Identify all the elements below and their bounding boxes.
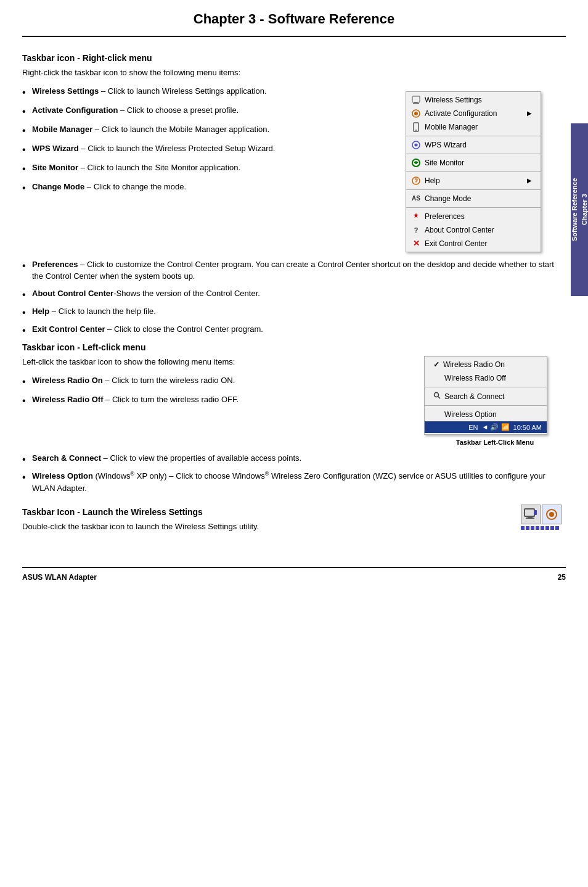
wireless-settings-icon [411, 95, 421, 105]
section2-left-col: Left-click the taskbar icon to show the … [22, 356, 412, 446]
bullet-term: Help [32, 307, 49, 316]
taskbar-lang: EN [468, 424, 478, 431]
bullet-radio-off: • Wireless Radio Off – Click to turn the… [22, 394, 412, 406]
taskbar-icons: ◄ 🔊 📶 [482, 423, 510, 431]
lc-menu-item-wireless-option: Wireless Option [425, 408, 547, 421]
bullet-wireless-settings: • Wireless Settings – Click to launch Wi… [22, 85, 393, 98]
menu-separator [406, 136, 541, 136]
bullet-dot: • [22, 289, 27, 300]
section2-intro: Left-click the taskbar icon to show the … [22, 356, 412, 368]
section1-left-col: • Wireless Settings – Click to launch Wi… [22, 85, 393, 252]
taskbar-caption: Taskbar Left-Click Menu [424, 439, 566, 446]
section3-area: Taskbar Icon - Launch the Wireless Setti… [22, 501, 566, 539]
bullet-exit: • Exit Control Center – Click to close t… [22, 323, 566, 336]
site-monitor-icon [411, 158, 421, 168]
bullet-term: Wireless Settings [32, 86, 99, 96]
lc-menu-item-radio-on: ✓ Wireless Radio On [425, 358, 547, 371]
bullet-text: Wireless Option (Windows® XP only) – Cli… [32, 470, 566, 494]
lc-separator [425, 387, 547, 387]
bullet-dot: • [22, 144, 27, 155]
lc-menu-item-search-connect: Search & Connect [425, 389, 547, 403]
side-tab-line1: Chapter 3 [581, 194, 588, 226]
about-icon: ? [411, 225, 421, 235]
bullet-dot: • [22, 395, 27, 406]
bullet-dot: • [22, 105, 27, 117]
bullet-text: About Control Center-Shows the version o… [32, 287, 260, 300]
menu-item-exit: ✕ Exit Control Center [406, 237, 541, 250]
svg-rect-2 [413, 103, 419, 104]
lc-menu-label: Wireless Option [444, 410, 497, 419]
section3-desc: Double-click the taskbar icon to launch … [22, 521, 504, 533]
svg-line-13 [438, 397, 440, 398]
help-icon [411, 176, 421, 186]
bullet-term: Mobile Manager [32, 125, 92, 134]
bullet-wps-wizard: • WPS Wizard – Click to launch the Wirel… [22, 142, 393, 155]
bullet-text: Change Mode – Click to change the mode. [32, 181, 186, 194]
bullet-dot: • [22, 324, 27, 336]
bullet-dot: • [22, 376, 27, 387]
bullet-preferences: • Preferences – Click to customize the C… [22, 258, 566, 283]
menu-separator [406, 171, 541, 172]
svg-point-11 [415, 182, 417, 183]
menu-label: Help [425, 176, 440, 185]
bullet-term: Wireless Radio Off [32, 395, 103, 404]
menu-label: Site Monitor [425, 159, 464, 167]
menu-item-change-mode: AS Change Mode [406, 192, 541, 205]
change-mode-icon: AS [411, 194, 421, 204]
bullet-site-monitor: • Site Monitor – Click to launch the Sit… [22, 162, 393, 175]
bullet-help: • Help – Click to launch the help file. [22, 305, 566, 318]
section3-right [517, 505, 566, 530]
menu-label: Wireless Settings [425, 96, 482, 104]
no-check-spacer [433, 410, 441, 419]
bullet-wireless-option: • Wireless Option (Windows® XP only) – C… [22, 470, 566, 494]
side-tab: Software Reference Chapter 3 [571, 123, 588, 296]
menu-item-activate-config: Activate Configuration ▶ [406, 107, 541, 120]
svg-point-6 [415, 130, 417, 131]
launch-icons-row [521, 505, 561, 524]
menu-label: About Control Center [425, 226, 494, 234]
bullet-dot: • [22, 163, 27, 175]
svg-rect-16 [526, 518, 534, 519]
bullet-term: Preferences [32, 260, 78, 269]
bullet-dot: • [22, 182, 27, 194]
bullet-term: Site Monitor [32, 163, 78, 172]
section1-heading: Taskbar icon - Right-click menu [22, 53, 566, 63]
wps-wizard-icon [411, 140, 421, 150]
taskbar-time: 10:50 AM [513, 424, 542, 431]
lc-menu-item-radio-off: Wireless Radio Off [425, 371, 547, 385]
section2-right-col: ✓ Wireless Radio On Wireless Radio Off [424, 356, 566, 446]
context-menu-screenshot: Wireless Settings Activate Configuration… [406, 91, 541, 252]
bullet-dot: • [22, 125, 27, 136]
leftclick-menu-screenshot: ✓ Wireless Radio On Wireless Radio Off [424, 356, 547, 435]
menu-label: Activate Configuration [425, 109, 497, 118]
bullet-text: Exit Control Center – Click to close the… [32, 323, 263, 336]
section1-two-col: • Wireless Settings – Click to launch Wi… [22, 85, 566, 252]
bullet-term: Wireless Radio On [32, 376, 103, 385]
bullet-dot: • [22, 453, 27, 465]
section2-continued-list: • Search & Connect – Click to view the p… [22, 452, 566, 495]
menu-label: Preferences [425, 212, 465, 221]
section2-two-col: Left-click the taskbar icon to show the … [22, 356, 566, 446]
bullet-dot: • [22, 260, 27, 283]
search-icon-space [433, 392, 441, 401]
bullet-text: Wireless Radio Off – Click to turn the w… [32, 394, 239, 406]
section2-heading: Taskbar icon - Left-click menu [22, 342, 566, 352]
bullet-change-mode: • Change Mode – Click to change the mode… [22, 181, 393, 194]
menu-item-site-monitor: Site Monitor [406, 156, 541, 170]
launch-icon-box-1 [521, 505, 541, 524]
bullet-dot: • [22, 471, 27, 494]
bullet-search-connect: • Search & Connect – Click to view the p… [22, 452, 566, 465]
section3-left: Taskbar Icon - Launch the Wireless Setti… [22, 501, 504, 539]
bullet-term: Activate Configuration [32, 105, 118, 115]
page-wrapper: Software Reference Chapter 3 Chapter 3 -… [0, 0, 588, 887]
bullet-text: Help – Click to launch the help file. [32, 305, 156, 318]
lc-menu-label: Search & Connect [444, 392, 504, 401]
menu-item-wireless-settings: Wireless Settings [406, 93, 541, 107]
menu-label: Mobile Manager [425, 123, 478, 131]
bullet-text: Search & Connect – Click to view the pro… [32, 452, 301, 465]
svg-rect-17 [534, 510, 537, 515]
footer-product-name: ASUS WLAN Adapter [22, 573, 97, 582]
svg-rect-0 [412, 96, 420, 102]
menu-item-mobile-manager: Mobile Manager [406, 120, 541, 134]
menu-label: WPS Wizard [425, 141, 467, 149]
